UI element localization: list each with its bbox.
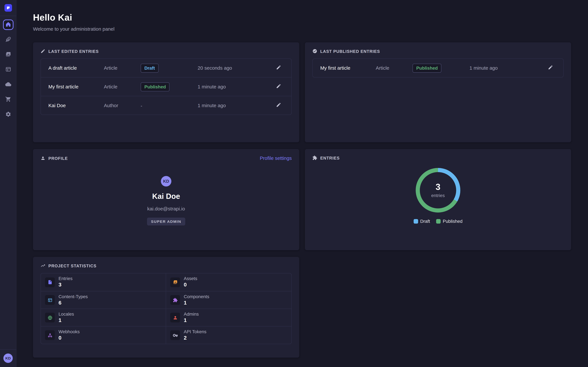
stat-text: API Tokens2 — [184, 329, 207, 341]
legend-swatch — [436, 219, 441, 224]
entry-status-cell: Draft — [141, 63, 198, 72]
sidebar-divider-top — [0, 16, 16, 16]
stat-label: Assets — [184, 276, 197, 281]
key-icon — [170, 330, 180, 340]
stat-text: Entries3 — [59, 276, 72, 288]
profile-settings-link[interactable]: Profile settings — [260, 155, 292, 161]
stat-components: Components1 — [166, 291, 291, 309]
entry-name: My first article — [48, 84, 104, 89]
stat-value: 0 — [184, 282, 197, 288]
sidebar-item-media-library[interactable] — [3, 50, 13, 60]
legend-swatch — [414, 219, 418, 224]
edit-entry-button[interactable] — [273, 102, 284, 109]
stat-content-types: Content-Types6 — [41, 291, 166, 309]
stat-value: 1 — [184, 317, 199, 323]
profile-header: PROFILE Profile settings — [41, 155, 292, 161]
stat-label: Content-Types — [59, 294, 88, 299]
entry-time: 20 seconds ago — [198, 65, 273, 71]
stat-value: 1 — [184, 300, 209, 306]
edit-entry-button[interactable] — [545, 65, 556, 71]
entry-row: Kai DoeAuthor-1 minute ago — [41, 96, 291, 115]
sidebar-divider-bottom — [0, 349, 16, 350]
stat-assets: Assets0 — [166, 273, 291, 291]
strapi-logo-icon — [4, 4, 12, 12]
sidebar-item-marketplace[interactable] — [3, 94, 13, 105]
project-statistics-card: PROJECT STATISTICS Entries3Assets0Conten… — [33, 257, 299, 358]
pencil-icon — [276, 65, 281, 71]
check-circle-icon — [312, 49, 317, 53]
puzzle-icon — [312, 155, 317, 160]
status-empty: - — [141, 103, 142, 108]
page-title: Hello Kai — [33, 12, 571, 23]
stat-text: Admins1 — [184, 312, 199, 323]
profile-name: Kai Doe — [152, 192, 180, 201]
stat-value: 6 — [59, 300, 88, 306]
entry-time: 1 minute ago — [198, 84, 273, 89]
last-published-table: My first articleArticlePublished1 minute… — [312, 58, 563, 77]
stat-text: Locales1 — [59, 312, 74, 323]
last-edited-table: A draft articleArticleDraft20 seconds ag… — [41, 58, 292, 115]
sidebar-item-content-manager[interactable] — [3, 34, 13, 45]
legend-label: Draft — [420, 219, 430, 224]
stat-text: Components1 — [184, 294, 209, 306]
home-icon — [5, 21, 11, 28]
entries-title: ENTRIES — [320, 156, 340, 160]
edit-entry-button[interactable] — [273, 65, 284, 71]
entry-kind: Article — [104, 84, 141, 89]
sidebar-item-content-type-builder[interactable] — [3, 64, 13, 75]
entry-row: My first articleArticlePublished1 minute… — [41, 77, 291, 96]
entry-kind: Author — [104, 103, 141, 108]
stat-label: API Tokens — [184, 329, 207, 334]
entry-name: My first article — [320, 65, 376, 71]
role-badge: SUPER ADMIN — [147, 217, 185, 225]
entry-name: A draft article — [48, 65, 104, 71]
stat-entries: Entries3 — [41, 273, 166, 291]
legend-label: Published — [443, 219, 463, 224]
layout-icon — [45, 295, 55, 305]
sidebar-item-home[interactable] — [3, 19, 13, 30]
last-published-entries-card: LAST PUBLISHED ENTRIES My first articleA… — [305, 42, 571, 142]
legend-item-published: Published — [436, 219, 462, 224]
donut-chart: 3 entries — [414, 167, 462, 214]
last-edited-title: LAST EDITED ENTRIES — [48, 49, 99, 53]
entries-chart: 3 entries DraftPublished — [312, 167, 563, 224]
chart-legend: DraftPublished — [414, 219, 463, 224]
stat-locales: Locales1 — [41, 309, 166, 326]
file-icon — [45, 277, 55, 287]
stat-admins: Admins1 — [166, 309, 291, 326]
entries-header: ENTRIES — [312, 155, 563, 160]
last-published-title: LAST PUBLISHED ENTRIES — [320, 49, 380, 53]
sidebar: KD — [0, 0, 17, 367]
entry-time: 1 minute ago — [198, 103, 273, 108]
status-badge: Published — [141, 82, 170, 91]
stat-value: 2 — [184, 335, 207, 341]
status-badge: Draft — [141, 63, 159, 72]
sidebar-item-settings[interactable] — [3, 109, 13, 120]
entry-row: A draft articleArticleDraft20 seconds ag… — [41, 59, 291, 77]
cart-icon — [5, 96, 11, 103]
stat-label: Webhooks — [59, 329, 80, 334]
user-avatar[interactable]: KD — [3, 353, 13, 363]
stat-text: Assets0 — [184, 276, 197, 288]
stat-text: Webhooks0 — [59, 329, 80, 341]
pencil-icon — [276, 102, 281, 109]
gear-icon — [5, 111, 11, 118]
main-content: Hello Kai Welcome to your administration… — [17, 0, 588, 367]
profile-avatar: KD — [161, 176, 171, 186]
stat-label: Locales — [59, 312, 74, 317]
edit-entry-button[interactable] — [273, 83, 284, 90]
entry-row: My first articleArticlePublished1 minute… — [313, 59, 563, 77]
sidebar-item-deploy[interactable] — [3, 79, 13, 90]
feather-icon — [5, 36, 11, 43]
pencil-icon — [41, 49, 45, 53]
cloud-icon — [5, 81, 11, 88]
profile-card: PROFILE Profile settings KD Kai Doe kai.… — [33, 149, 299, 250]
entry-time: 1 minute ago — [469, 65, 545, 71]
entries-count-label: entries — [431, 193, 445, 198]
legend-item-draft: Draft — [414, 219, 430, 224]
sidebar-nav — [3, 19, 13, 349]
status-badge: Published — [413, 63, 442, 72]
entries-card: ENTRIES 3 entries DraftPublished — [305, 149, 571, 250]
profile-email: kai.doe@strapi.io — [147, 206, 185, 212]
entry-name: Kai Doe — [48, 103, 104, 108]
